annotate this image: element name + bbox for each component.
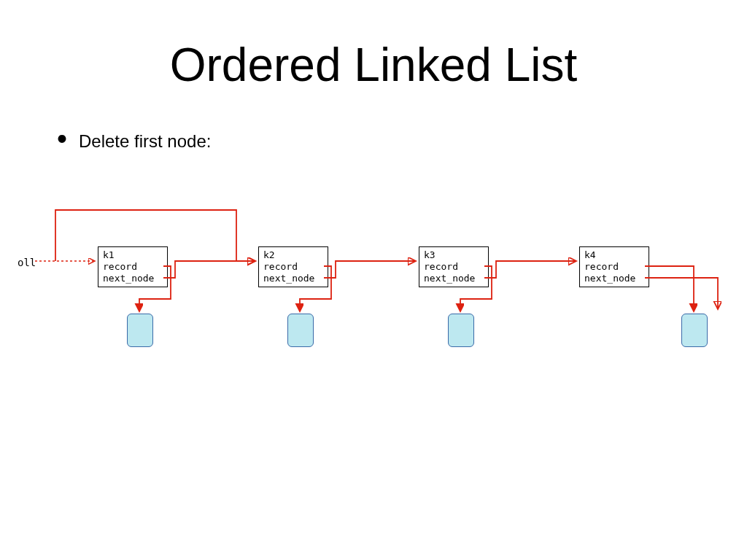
linked-list-diagram: oll k1 record next_node k2 record next_n… [18, 197, 732, 386]
rec-3-pointer [460, 266, 492, 311]
rec-4-pointer [645, 266, 694, 311]
rec-2-pointer [300, 266, 331, 311]
oll-bypass-pointer [55, 210, 255, 261]
bullet-text: Delete first node: [79, 131, 211, 152]
next-2-to-3 [324, 261, 416, 278]
next-3-to-4 [484, 261, 576, 278]
slide-title: Ordered Linked List [0, 38, 747, 92]
arrows-layer [18, 197, 732, 386]
next-4-to-null [645, 278, 718, 309]
rec-1-pointer [139, 266, 171, 311]
next-1-to-2 [163, 261, 255, 278]
